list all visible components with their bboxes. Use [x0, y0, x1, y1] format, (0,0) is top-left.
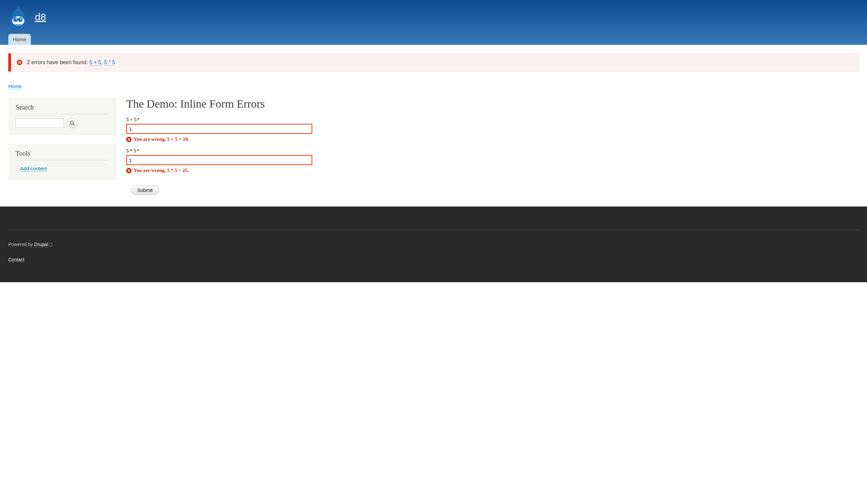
- field1-error-text: You are wrong, 5 + 5 = 10.: [133, 136, 189, 142]
- field2-error: You are wrong, 5 * 5 = 25.: [126, 168, 859, 173]
- search-block: Search: [8, 98, 116, 135]
- form-item-2: 5 * 5* You are wrong, 5 * 5 = 25.: [126, 148, 859, 173]
- svg-point-2: [18, 17, 23, 22]
- site-footer: Powered by Drupal Contact: [0, 207, 867, 282]
- footer-divider: [8, 230, 859, 230]
- error-icon: [126, 168, 131, 173]
- required-marker-icon: *: [137, 117, 140, 122]
- add-content-link[interactable]: Add content: [20, 166, 47, 172]
- field2-error-text: You are wrong, 5 * 5 = 25.: [133, 168, 189, 173]
- error-link-2[interactable]: 5 * 5: [104, 59, 115, 65]
- sidebar: Search Tools Add content: [8, 98, 116, 195]
- search-button[interactable]: [66, 118, 78, 128]
- powered-by-prefix: Powered by: [8, 242, 34, 247]
- form-item-1: 5 + 5* You are wrong, 5 + 5 = 10.: [126, 117, 859, 142]
- error-link-1[interactable]: 5 + 5: [89, 59, 101, 65]
- main-content: The Demo: Inline Form Errors 5 + 5* You …: [126, 98, 859, 195]
- branding: d8: [8, 5, 859, 34]
- list-item: Add content: [15, 164, 109, 173]
- field2-input[interactable]: [126, 155, 312, 165]
- main-nav: Home: [0, 34, 867, 45]
- powered-by: Powered by Drupal: [8, 242, 859, 247]
- svg-point-4: [20, 18, 22, 20]
- field1-error: You are wrong, 5 + 5 = 10.: [126, 136, 859, 142]
- error-summary-text: 2 errors have been found:: [27, 59, 88, 65]
- error-messages-box: 2 errors have been found: 5 + 5, 5 * 5: [8, 53, 859, 72]
- search-block-title: Search: [15, 103, 109, 114]
- error-icon: [126, 137, 131, 142]
- drupal-link[interactable]: Drupal: [34, 242, 48, 247]
- svg-point-3: [15, 18, 17, 20]
- field1-input[interactable]: [126, 124, 312, 134]
- nav-tab-home[interactable]: Home: [8, 34, 31, 45]
- site-header: d8 Home: [0, 0, 867, 45]
- search-icon: [70, 121, 75, 126]
- site-name[interactable]: d8: [35, 11, 46, 23]
- external-link-icon: [49, 243, 52, 246]
- svg-line-7: [73, 124, 74, 125]
- field2-label: 5 * 5*: [126, 148, 859, 154]
- error-icon: [17, 60, 22, 65]
- page-title: The Demo: Inline Form Errors: [126, 98, 859, 110]
- field2-label-text: 5 * 5: [126, 148, 136, 153]
- contact-link[interactable]: Contact: [8, 257, 24, 263]
- field1-label-text: 5 + 5: [126, 117, 137, 122]
- required-marker-icon: *: [137, 148, 140, 153]
- field1-label: 5 + 5*: [126, 117, 859, 122]
- drupal-logo-icon[interactable]: [8, 5, 28, 29]
- search-input[interactable]: [15, 119, 64, 128]
- breadcrumb-home[interactable]: Home: [8, 83, 22, 89]
- tools-block-title: Tools: [15, 150, 109, 160]
- breadcrumb: Home: [8, 83, 859, 89]
- svg-point-1: [13, 17, 18, 22]
- error-separator: ,: [101, 59, 104, 65]
- tools-block: Tools Add content: [8, 144, 116, 180]
- submit-button[interactable]: Submit: [131, 185, 159, 195]
